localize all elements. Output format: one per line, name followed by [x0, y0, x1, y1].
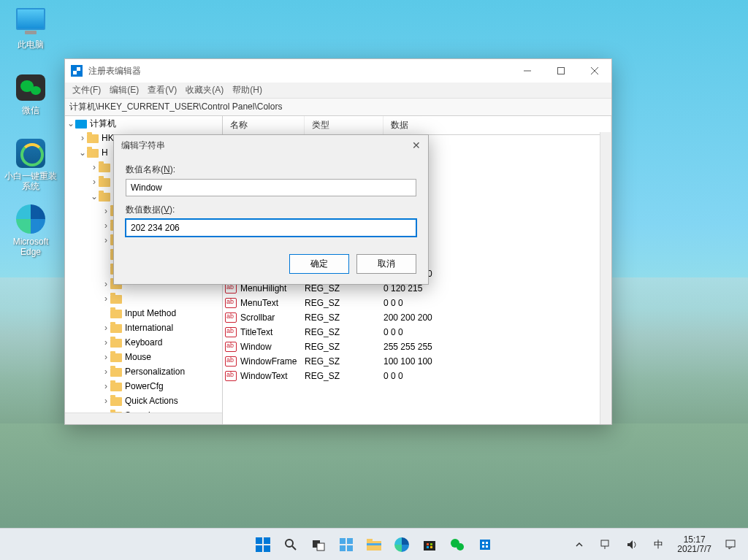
folder-icon	[110, 339, 122, 348]
table-row[interactable]: MenuTextREG_SZ0 0 0	[223, 296, 611, 310]
string-value-icon	[225, 342, 237, 352]
dialog-close-button[interactable]: ✕	[412, 139, 421, 152]
edge-taskbar-button[interactable]	[390, 533, 413, 556]
string-value-icon	[225, 356, 237, 367]
tree-item[interactable]: ›International	[102, 321, 222, 335]
vertical-scrollbar[interactable]	[600, 132, 611, 424]
table-row[interactable]: TitleTextREG_SZ0 0 0	[223, 325, 611, 340]
svg-rect-12	[340, 538, 346, 544]
regedit-taskbar-button[interactable]	[473, 533, 497, 556]
maximize-button[interactable]	[544, 59, 578, 83]
address-bar[interactable]: 计算机\HKEY_CURRENT_USER\Control Panel\Colo…	[65, 99, 611, 116]
menu-favorites[interactable]: 收藏夹(A)	[181, 84, 228, 96]
svg-rect-14	[340, 545, 346, 551]
edit-string-dialog: 编辑字符串 ✕ 数值名称(N): 数值数据(V): 确定 取消	[113, 134, 429, 285]
svg-rect-20	[427, 543, 429, 545]
table-row[interactable]: ScrollbarREG_SZ200 200 200	[223, 310, 611, 325]
monitor-icon	[16, 8, 45, 30]
task-view-button[interactable]	[307, 533, 330, 556]
menu-file[interactable]: 文件(F)	[68, 84, 105, 96]
titlebar[interactable]: 注册表编辑器	[65, 59, 611, 83]
tray-overflow-button[interactable]	[568, 533, 591, 556]
folder-icon	[110, 368, 122, 377]
tree-item[interactable]: ›Mouse	[102, 350, 222, 364]
menu-edit[interactable]: 编辑(E)	[105, 84, 143, 96]
value-data-field[interactable]	[126, 219, 416, 237]
svg-rect-31	[601, 540, 608, 546]
tree-item[interactable]: ›	[102, 291, 222, 306]
volume-icon[interactable]	[620, 533, 644, 556]
tree-item[interactable]: ›PowerCfg	[102, 379, 222, 394]
clock-time: 15:17	[677, 535, 711, 545]
string-value-icon	[225, 283, 237, 294]
tree-item[interactable]: ›Keyboard	[102, 335, 222, 350]
cell-type: REG_SZ	[305, 356, 383, 367]
cell-data: 100 100 100	[383, 356, 611, 367]
string-value-icon	[225, 298, 237, 308]
menu-view[interactable]: 查看(V)	[143, 84, 181, 96]
search-button[interactable]	[279, 533, 302, 556]
value-name-field[interactable]	[126, 179, 416, 196]
svg-rect-1	[558, 68, 565, 74]
desktop-icon-label: Microsoft Edge	[13, 237, 49, 257]
wechat-taskbar-button[interactable]	[446, 533, 469, 556]
svg-rect-16	[367, 541, 381, 551]
svg-rect-21	[430, 543, 432, 545]
cell-name: TitleText	[239, 327, 305, 337]
svg-rect-17	[367, 539, 373, 542]
column-header-name[interactable]: 名称	[223, 116, 305, 134]
svg-rect-18	[367, 543, 381, 545]
folder-icon	[110, 383, 122, 391]
cell-name: Window	[239, 342, 305, 352]
column-header-data[interactable]: 数据	[383, 116, 611, 134]
folder-icon	[110, 295, 122, 304]
explorer-button[interactable]	[362, 533, 386, 556]
menu-help[interactable]: 帮助(H)	[228, 84, 267, 96]
notifications-button[interactable]	[719, 533, 742, 556]
tree-item[interactable]: ›Quick Actions	[102, 394, 222, 408]
network-icon[interactable]	[594, 533, 617, 556]
svg-point-25	[457, 543, 464, 551]
ime-indicator[interactable]: 中	[646, 533, 670, 556]
svg-rect-13	[347, 538, 353, 544]
desktop-icon-label: 小白一键重装 系统	[4, 171, 57, 191]
minimize-button[interactable]	[511, 59, 544, 83]
cell-name: Scrollbar	[239, 312, 305, 323]
folder-icon	[99, 164, 110, 172]
cell-type: REG_SZ	[305, 298, 383, 308]
column-header-type[interactable]: 类型	[305, 116, 383, 134]
cancel-button[interactable]: 取消	[356, 254, 416, 274]
cell-data: 0 0 0	[383, 371, 611, 381]
table-row[interactable]: WindowTextREG_SZ0 0 0	[223, 369, 611, 383]
desktop-icon-this-pc[interactable]: 此电脑	[3, 6, 58, 63]
table-row[interactable]: WindowREG_SZ255 255 255	[223, 340, 611, 354]
desktop-icon-reinstall[interactable]: 小白一键重装 系统	[3, 137, 58, 194]
string-value-icon	[225, 312, 237, 323]
desktop-icon-edge[interactable]: Microsoft Edge	[3, 203, 58, 260]
store-button[interactable]	[418, 533, 441, 556]
ok-button[interactable]: 确定	[289, 254, 349, 274]
svg-point-8	[286, 540, 293, 547]
widgets-button[interactable]	[335, 533, 358, 556]
svg-rect-23	[430, 546, 432, 548]
start-button[interactable]	[251, 533, 275, 556]
svg-rect-6	[256, 545, 262, 552]
tree-item[interactable]: ›Personalization	[102, 364, 222, 379]
table-row[interactable]: WindowFrameREG_SZ100 100 100	[223, 354, 611, 369]
svg-rect-29	[482, 545, 484, 548]
folder-icon	[87, 134, 99, 143]
cell-type: REG_SZ	[305, 342, 383, 352]
cell-data: 200 200 200	[383, 312, 611, 323]
svg-rect-28	[486, 542, 488, 544]
cell-data: 0 120 215	[383, 283, 611, 294]
regedit-icon	[71, 65, 83, 77]
svg-rect-30	[486, 545, 488, 548]
folder-icon	[87, 149, 99, 158]
close-button[interactable]	[578, 59, 611, 83]
cell-type: REG_SZ	[305, 283, 383, 294]
desktop-icon-wechat[interactable]: 微信	[3, 72, 58, 129]
folder-icon	[99, 193, 110, 202]
clock[interactable]: 15:17 2021/7/7	[673, 535, 716, 554]
tree-item[interactable]: Input Method	[102, 306, 222, 321]
horizontal-scrollbar[interactable]	[65, 413, 223, 424]
